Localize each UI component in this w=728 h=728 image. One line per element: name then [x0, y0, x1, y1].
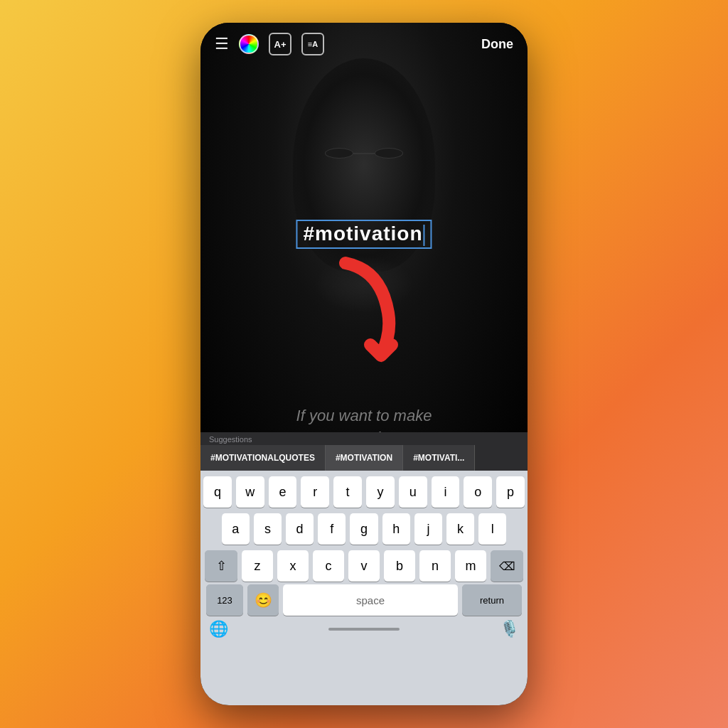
- done-button[interactable]: Done: [481, 37, 513, 52]
- text-size-label: A+: [274, 39, 287, 50]
- arrow-annotation: [324, 256, 424, 373]
- key-row-3: ⇧ z x c v b n m ⌫: [203, 550, 525, 582]
- key-q[interactable]: q: [203, 476, 232, 508]
- suggestion-chip-1[interactable]: #MOTIVATIONALQUOTES: [200, 445, 326, 471]
- menu-icon[interactable]: ☰: [215, 35, 229, 53]
- bottom-row: 123 😊 space return: [200, 582, 528, 619]
- key-r[interactable]: r: [301, 476, 329, 508]
- globe-icon[interactable]: 🌐: [209, 620, 228, 638]
- space-key[interactable]: space: [283, 584, 458, 616]
- key-o[interactable]: o: [464, 476, 492, 508]
- key-row-1: q w e r t y u i o p: [203, 476, 525, 508]
- key-i[interactable]: i: [432, 476, 460, 508]
- key-c[interactable]: c: [313, 550, 344, 582]
- key-f[interactable]: f: [318, 513, 346, 545]
- text-align-label: ≡A: [308, 40, 318, 48]
- suggestions-row: #MOTIVATIONALQUOTES #MOTIVATION #MOTIVAT…: [200, 445, 528, 471]
- keyboard: q w e r t y u i o p a s d f g h j: [200, 471, 528, 705]
- color-picker-icon[interactable]: [239, 34, 259, 54]
- key-z[interactable]: z: [242, 550, 273, 582]
- key-y[interactable]: y: [366, 476, 395, 508]
- suggestion-chip-2[interactable]: #MOTIVATION: [326, 445, 403, 471]
- home-indicator: [328, 628, 400, 631]
- text-align-button[interactable]: ≡A: [301, 33, 324, 55]
- key-h[interactable]: h: [382, 513, 410, 545]
- hashtag-input[interactable]: #motivation: [296, 220, 432, 249]
- key-u[interactable]: u: [399, 476, 427, 508]
- portrait-background: #motivation If you want to make everyone…: [200, 23, 528, 471]
- key-w[interactable]: w: [236, 476, 264, 508]
- hashtag-value: #motivation: [303, 223, 422, 245]
- toolbar-left: ☰ A+ ≡A: [215, 33, 324, 55]
- key-k[interactable]: k: [446, 513, 474, 545]
- text-size-button[interactable]: A+: [269, 33, 291, 55]
- emoji-key[interactable]: 😊: [247, 584, 279, 616]
- key-row-2: a s d f g h j k l: [203, 513, 525, 545]
- suggestion-chip-3[interactable]: #MOTIVATI...: [403, 445, 475, 471]
- phone-frame: #motivation If you want to make everyone…: [200, 23, 528, 705]
- quote-line1: If you want to make: [296, 407, 432, 424]
- suggestions-label: Suggestions: [200, 432, 528, 445]
- key-l[interactable]: l: [478, 513, 506, 545]
- keyboard-rows: q w e r t y u i o p a s d f g h j: [200, 471, 528, 582]
- canvas-area[interactable]: #motivation If you want to make everyone…: [200, 23, 528, 471]
- shift-key[interactable]: ⇧: [205, 550, 237, 582]
- key-e[interactable]: e: [269, 476, 297, 508]
- key-x[interactable]: x: [277, 550, 309, 582]
- system-row: 🌐 🎙️: [200, 619, 528, 646]
- done-label: Done: [481, 37, 513, 51]
- key-p[interactable]: p: [496, 476, 525, 508]
- delete-key[interactable]: ⌫: [491, 550, 523, 582]
- text-cursor: [424, 225, 425, 246]
- numbers-key[interactable]: 123: [206, 584, 243, 616]
- key-j[interactable]: j: [414, 513, 442, 545]
- return-key[interactable]: return: [462, 584, 522, 616]
- key-t[interactable]: t: [333, 476, 362, 508]
- key-m[interactable]: m: [455, 550, 486, 582]
- key-g[interactable]: g: [350, 513, 378, 545]
- key-v[interactable]: v: [348, 550, 380, 582]
- key-d[interactable]: d: [286, 513, 314, 545]
- microphone-icon[interactable]: 🎙️: [500, 620, 519, 638]
- suggestions-section: Suggestions #MOTIVATIONALQUOTES #MOTIVAT…: [200, 432, 528, 471]
- key-b[interactable]: b: [384, 550, 415, 582]
- key-a[interactable]: a: [222, 513, 250, 545]
- key-s[interactable]: s: [254, 513, 282, 545]
- toolbar: ☰ A+ ≡A Done: [200, 23, 528, 65]
- key-n[interactable]: n: [419, 550, 451, 582]
